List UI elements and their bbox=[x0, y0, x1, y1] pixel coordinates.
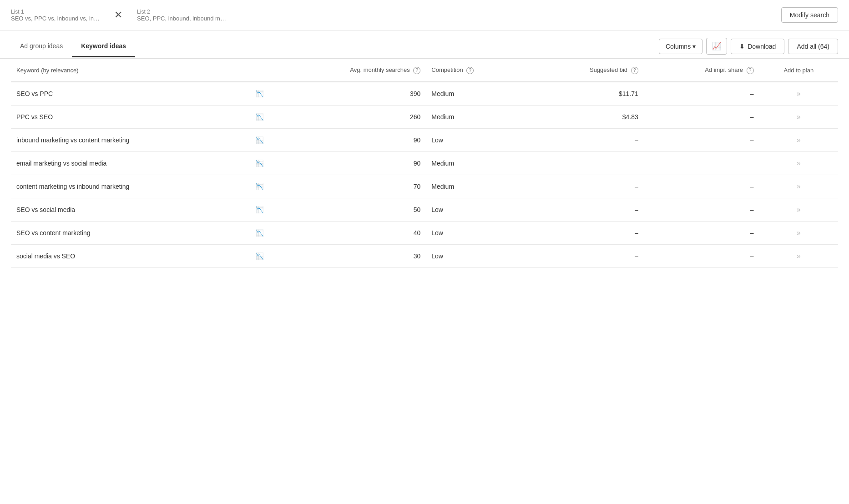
trend-cell-6: 📉 bbox=[250, 221, 269, 244]
add-to-plan-icon[interactable]: » bbox=[797, 159, 801, 167]
ad-impr-share-cell-7: – bbox=[644, 244, 759, 267]
table-header-row: Keyword (by relevance) Avg. monthly sear… bbox=[11, 59, 838, 82]
competition-cell-5: Low bbox=[426, 198, 529, 221]
trend-icon[interactable]: 📉 bbox=[256, 206, 263, 213]
tabs-toolbar: Ad group ideas Keyword ideas Columns ▾ 📈… bbox=[0, 34, 849, 59]
trend-cell-1: 📉 bbox=[250, 105, 269, 128]
keyword-text: content marketing vs inbound marketing bbox=[16, 183, 129, 190]
trend-cell-4: 📉 bbox=[250, 175, 269, 198]
tab-ad-group-ideas[interactable]: Ad group ideas bbox=[11, 36, 72, 57]
avg-monthly-cell-5: 50 bbox=[269, 198, 426, 221]
header-add-to-plan: Add to plan bbox=[759, 59, 838, 82]
keyword-cell-5: SEO vs social media bbox=[11, 198, 250, 221]
download-label: Download bbox=[748, 43, 776, 50]
add-to-plan-cell-1[interactable]: » bbox=[759, 105, 838, 128]
add-all-button[interactable]: Add all (64) bbox=[788, 39, 838, 54]
add-to-plan-cell-0[interactable]: » bbox=[759, 82, 838, 106]
suggested-bid-cell-4: – bbox=[529, 175, 644, 198]
trend-icon[interactable]: 📉 bbox=[256, 160, 263, 167]
ad-impr-share-cell-4: – bbox=[644, 175, 759, 198]
add-to-plan-icon[interactable]: » bbox=[797, 182, 801, 190]
list2-item: List 2 SEO, PPC, inbound, inbound m… bbox=[137, 9, 226, 22]
ad-impr-share-help-icon[interactable]: ? bbox=[747, 67, 754, 74]
list1-item: List 1 SEO vs, PPC vs, inbound vs, in… bbox=[11, 9, 100, 22]
list1-value: SEO vs, PPC vs, inbound vs, in… bbox=[11, 15, 100, 22]
suggested-bid-cell-3: – bbox=[529, 151, 644, 175]
table-row: inbound marketing vs content marketing 📉… bbox=[11, 128, 838, 151]
suggested-bid-cell-6: – bbox=[529, 221, 644, 244]
add-to-plan-icon[interactable]: » bbox=[797, 113, 801, 121]
keyword-text: inbound marketing vs content marketing bbox=[16, 136, 129, 144]
suggested-bid-cell-0: $11.71 bbox=[529, 82, 644, 106]
keyword-text: social media vs SEO bbox=[16, 252, 75, 260]
avg-monthly-cell-3: 90 bbox=[269, 151, 426, 175]
keyword-cell-6: SEO vs content marketing bbox=[11, 221, 250, 244]
add-to-plan-icon[interactable]: » bbox=[797, 229, 801, 237]
list1-label: List 1 bbox=[11, 9, 100, 15]
suggested-bid-cell-5: – bbox=[529, 198, 644, 221]
ad-impr-share-cell-6: – bbox=[644, 221, 759, 244]
tab-keyword-ideas[interactable]: Keyword ideas bbox=[72, 36, 135, 57]
suggested-bid-help-icon[interactable]: ? bbox=[631, 67, 638, 74]
add-to-plan-cell-3[interactable]: » bbox=[759, 151, 838, 175]
ad-impr-share-cell-0: – bbox=[644, 82, 759, 106]
avg-monthly-cell-0: 390 bbox=[269, 82, 426, 106]
table-row: email marketing vs social media 📉 90 Med… bbox=[11, 151, 838, 175]
header-ad-impr-share: Ad impr. share ? bbox=[644, 59, 759, 82]
toolbar-right: Columns ▾ 📈 ⬇ Download Add all (64) bbox=[659, 34, 838, 58]
competition-cell-2: Low bbox=[426, 128, 529, 151]
table-row: SEO vs social media 📉 50 Low – – » bbox=[11, 198, 838, 221]
trend-icon[interactable]: 📉 bbox=[256, 136, 263, 144]
keyword-cell-1: PPC vs SEO bbox=[11, 105, 250, 128]
columns-button[interactable]: Columns ▾ bbox=[659, 39, 702, 54]
chart-button[interactable]: 📈 bbox=[706, 38, 727, 55]
trend-cell-5: 📉 bbox=[250, 198, 269, 221]
trend-cell-7: 📉 bbox=[250, 244, 269, 267]
keyword-text: PPC vs SEO bbox=[16, 113, 53, 121]
trend-icon[interactable]: 📉 bbox=[256, 113, 263, 121]
competition-cell-1: Medium bbox=[426, 105, 529, 128]
trend-icon[interactable]: 📉 bbox=[256, 229, 263, 237]
chart-icon: 📈 bbox=[712, 42, 721, 50]
suggested-bid-cell-7: – bbox=[529, 244, 644, 267]
trend-icon[interactable]: 📉 bbox=[256, 183, 263, 190]
add-to-plan-cell-2[interactable]: » bbox=[759, 128, 838, 151]
ad-impr-share-cell-3: – bbox=[644, 151, 759, 175]
keyword-text: SEO vs social media bbox=[16, 206, 75, 213]
keyword-text: SEO vs PPC bbox=[16, 90, 53, 97]
close-icon[interactable]: ✕ bbox=[111, 7, 126, 23]
competition-cell-4: Medium bbox=[426, 175, 529, 198]
avg-monthly-help-icon[interactable]: ? bbox=[413, 67, 420, 74]
add-to-plan-icon[interactable]: » bbox=[797, 206, 801, 213]
add-to-plan-cell-6[interactable]: » bbox=[759, 221, 838, 244]
modify-search-button[interactable]: Modify search bbox=[781, 7, 838, 23]
trend-icon[interactable]: 📉 bbox=[256, 252, 263, 260]
top-bar: List 1 SEO vs, PPC vs, inbound vs, in… ✕… bbox=[0, 0, 849, 30]
add-to-plan-cell-7[interactable]: » bbox=[759, 244, 838, 267]
list2-value: SEO, PPC, inbound, inbound m… bbox=[137, 15, 226, 22]
add-to-plan-icon[interactable]: » bbox=[797, 136, 801, 144]
ad-impr-share-cell-1: – bbox=[644, 105, 759, 128]
trend-cell-0: 📉 bbox=[250, 82, 269, 106]
add-to-plan-icon[interactable]: » bbox=[797, 90, 801, 97]
add-to-plan-cell-4[interactable]: » bbox=[759, 175, 838, 198]
keyword-table: Keyword (by relevance) Avg. monthly sear… bbox=[11, 59, 838, 268]
competition-cell-0: Medium bbox=[426, 82, 529, 106]
trend-cell-2: 📉 bbox=[250, 128, 269, 151]
competition-help-icon[interactable]: ? bbox=[466, 67, 474, 74]
ad-impr-share-cell-2: – bbox=[644, 128, 759, 151]
list2-label: List 2 bbox=[137, 9, 226, 15]
columns-label: Columns bbox=[666, 43, 691, 50]
avg-monthly-cell-2: 90 bbox=[269, 128, 426, 151]
avg-monthly-cell-4: 70 bbox=[269, 175, 426, 198]
download-button[interactable]: ⬇ Download bbox=[731, 39, 784, 54]
trend-icon[interactable]: 📉 bbox=[256, 90, 263, 97]
main-content: Keyword (by relevance) Avg. monthly sear… bbox=[0, 59, 849, 279]
keyword-cell-3: email marketing vs social media bbox=[11, 151, 250, 175]
add-to-plan-cell-5[interactable]: » bbox=[759, 198, 838, 221]
add-to-plan-icon[interactable]: » bbox=[797, 252, 801, 260]
table-row: SEO vs PPC 📉 390 Medium $11.71 – » bbox=[11, 82, 838, 106]
suggested-bid-cell-2: – bbox=[529, 128, 644, 151]
chevron-down-icon: ▾ bbox=[692, 43, 696, 50]
avg-monthly-cell-6: 40 bbox=[269, 221, 426, 244]
